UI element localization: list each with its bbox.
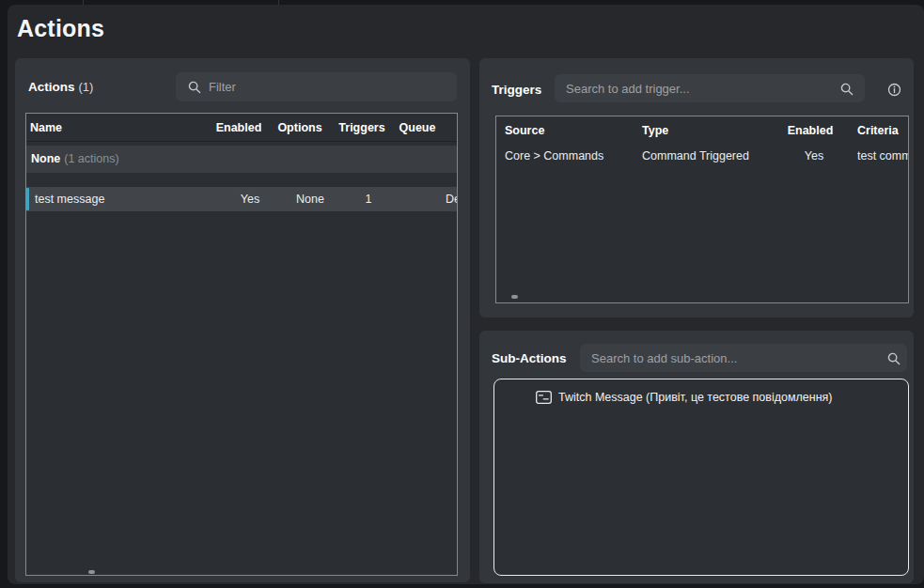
col-source[interactable]: Source: [505, 116, 544, 145]
group-count: (1 actions): [64, 152, 118, 165]
col-name[interactable]: Name: [30, 114, 62, 142]
triggers-panel: Triggers Source Type Enabled Criteria: [479, 58, 914, 317]
triggers-panel-title: Triggers: [492, 83, 541, 97]
search-icon[interactable]: [840, 83, 854, 96]
horizontal-scrollbar-thumb[interactable]: [511, 295, 518, 299]
col-triggers[interactable]: Triggers: [338, 114, 384, 142]
col-options[interactable]: Options: [277, 114, 321, 142]
cell-options: None: [296, 187, 324, 211]
subaction-label: Twitch Message (Привіт, це тестове повід…: [558, 391, 833, 404]
message-icon: [536, 391, 552, 404]
cell-type: Command Triggered: [642, 143, 749, 169]
actions-panel-title: Actions(1): [28, 80, 93, 94]
cell-source: Core > Commands: [505, 143, 603, 169]
triggers-table: Source Type Enabled Criteria Core > Comm…: [495, 116, 909, 303]
search-icon[interactable]: [887, 352, 901, 365]
action-group-row[interactable]: None(1 actions): [26, 146, 457, 173]
actions-page: Actions Actions(1) Name Enabled Options …: [8, 5, 924, 584]
cell-enabled: Yes: [241, 187, 259, 211]
cell-criteria: test command: [857, 143, 908, 169]
selected-row-accent: [26, 188, 29, 210]
triggers-table-header: Source Type Enabled Criteria: [496, 116, 908, 143]
col-criteria[interactable]: Criteria: [857, 116, 899, 145]
info-icon[interactable]: [887, 83, 901, 97]
table-row[interactable]: test message Yes None 1 Default: [26, 187, 457, 211]
cell-triggers: 1: [366, 187, 372, 211]
subactions-panel-title: Sub-Actions: [492, 351, 567, 365]
actions-filter-input[interactable]: [176, 72, 457, 101]
actions-count: (1): [79, 80, 94, 94]
col-enabled[interactable]: Enabled: [788, 116, 834, 145]
cell-enabled: Yes: [805, 143, 823, 169]
col-queue[interactable]: Queue: [399, 114, 436, 142]
horizontal-scrollbar-thumb[interactable]: [88, 570, 95, 574]
add-subaction-search-input[interactable]: [580, 344, 907, 372]
page-title: Actions: [17, 15, 104, 42]
subactions-list: Twitch Message (Привіт, це тестове повід…: [493, 379, 909, 576]
actions-panel: Actions(1) Name Enabled Options Triggers…: [15, 58, 470, 582]
actions-table: Name Enabled Options Triggers Queue None…: [25, 113, 458, 576]
cell-queue: Default: [446, 187, 457, 211]
search-icon: [188, 81, 201, 94]
table-row[interactable]: Core > Commands Command Triggered Yes te…: [496, 143, 908, 169]
add-trigger-search-input[interactable]: [555, 74, 865, 102]
list-item[interactable]: Twitch Message (Привіт, це тестове повід…: [536, 388, 833, 407]
col-type[interactable]: Type: [642, 116, 668, 145]
subactions-panel: Sub-Actions Twitch Message (Привіт, це т…: [479, 331, 914, 583]
col-enabled[interactable]: Enabled: [216, 114, 262, 142]
actions-table-header: Name Enabled Options Triggers Queue: [26, 114, 457, 142]
app-window: Actions Actions(1) Name Enabled Options …: [0, 0, 924, 588]
cell-name: test message: [35, 187, 104, 211]
